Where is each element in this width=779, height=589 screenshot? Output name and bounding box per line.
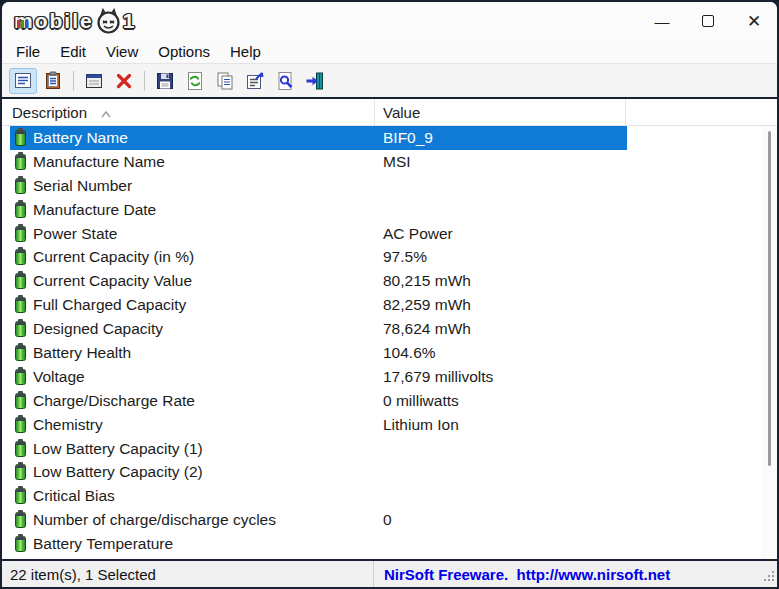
row-value-label: 0	[375, 511, 392, 529]
row-description-label: Manufacture Date	[33, 201, 156, 219]
save-icon	[155, 71, 175, 91]
list-rows: Battery NameBIF0_9Manufacture NameMSISer…	[2, 126, 777, 559]
column-header-description[interactable]: Description	[2, 99, 375, 125]
titlebar: mobile 1 —	[2, 2, 777, 40]
list-item[interactable]: ChemistryLithium Ion	[2, 413, 777, 437]
close-button[interactable]: ✕	[731, 2, 777, 40]
row-description-cell: Low Battery Capacity (2)	[2, 463, 375, 481]
row-description-label: Critical Bias	[33, 487, 115, 505]
choose-columns-icon	[84, 71, 104, 91]
listview: Description Value Battery NameBIF0_9Manu…	[2, 97, 777, 559]
maximize-button[interactable]	[685, 2, 731, 40]
list-item[interactable]: Serial Number	[2, 174, 777, 198]
menu-help[interactable]: Help	[220, 43, 271, 60]
list-item[interactable]: Number of charge/discharge cycles0	[2, 508, 777, 532]
clipboard-report-button[interactable]	[39, 68, 67, 94]
vertical-scrollbar[interactable]	[761, 126, 777, 559]
row-description-cell: Charge/Discharge Rate	[2, 392, 375, 410]
find-button[interactable]	[271, 68, 299, 94]
battery-icon	[15, 226, 26, 242]
battery-icon	[15, 393, 26, 409]
row-value-label: Lithium Ion	[375, 416, 459, 434]
scrollbar-thumb[interactable]	[768, 131, 771, 466]
battery-icon	[15, 464, 26, 480]
row-description-cell: Current Capacity Value	[2, 272, 375, 290]
row-description-label: Current Capacity (in %)	[33, 248, 194, 266]
list-item[interactable]: Current Capacity Value80,215 mWh	[2, 269, 777, 293]
toolbar-separator	[73, 71, 74, 91]
nirsoft-link-text[interactable]: NirSoft Freeware. http://www.nirsoft.net	[384, 566, 670, 583]
list-item[interactable]: Power StateAC Power	[2, 222, 777, 246]
row-description-label: Low Battery Capacity (2)	[33, 463, 203, 481]
battery-icon	[15, 441, 26, 457]
list-item[interactable]: Charge/Discharge Rate0 milliwatts	[2, 389, 777, 413]
list-item[interactable]: Battery NameBIF0_9	[2, 126, 777, 150]
maximize-icon	[702, 15, 714, 27]
row-description-label: Battery Health	[33, 344, 131, 362]
close-icon: ✕	[747, 11, 761, 32]
row-description-label: Designed Capacity	[33, 320, 163, 338]
choose-columns-button[interactable]	[80, 68, 108, 94]
delete-button[interactable]	[110, 68, 138, 94]
column-header-value[interactable]: Value	[375, 99, 626, 125]
battery-icon	[15, 297, 26, 313]
item-properties-icon	[245, 71, 265, 91]
column-header-value-label: Value	[383, 104, 420, 121]
item-properties-button[interactable]	[241, 68, 269, 94]
row-description-cell: Full Charged Capacity	[2, 296, 375, 314]
batteryinfoview-window: mobile 1 —	[0, 0, 779, 589]
list-item[interactable]: Low Battery Capacity (2)	[2, 460, 777, 484]
exit-icon	[305, 71, 325, 91]
row-description-cell: Battery Temperature	[2, 535, 375, 553]
row-value-label: 17,679 millivolts	[375, 368, 493, 386]
minimize-button[interactable]: —	[639, 2, 685, 40]
menu-options[interactable]: Options	[148, 43, 220, 60]
save-button[interactable]	[151, 68, 179, 94]
list-item[interactable]: Manufacture NameMSI	[2, 150, 777, 174]
copy-button[interactable]	[211, 68, 239, 94]
row-description-label: Current Capacity Value	[33, 272, 192, 290]
row-value-label: 80,215 mWh	[375, 272, 471, 290]
toolbar	[2, 64, 777, 97]
list-item[interactable]: Critical Bias	[2, 484, 777, 508]
status-items-text: 22 item(s), 1 Selected	[10, 566, 156, 583]
menu-file[interactable]: File	[6, 43, 50, 60]
battery-icon	[15, 202, 26, 218]
list-item[interactable]: Voltage17,679 millivolts	[2, 365, 777, 389]
list-item[interactable]: Designed Capacity78,624 mWh	[2, 317, 777, 341]
row-description-cell: Serial Number	[2, 177, 375, 195]
status-items-pane: 22 item(s), 1 Selected	[2, 561, 374, 587]
list-item[interactable]: Low Battery Capacity (1)	[2, 437, 777, 461]
window-controls: — ✕	[639, 2, 777, 40]
resize-grip-icon[interactable]	[763, 568, 775, 585]
list-item[interactable]: Full Charged Capacity82,259 mWh	[2, 293, 777, 317]
mobile01-watermark-logo: mobile 1	[14, 8, 136, 35]
properties-view-button[interactable]	[9, 68, 37, 94]
list-item[interactable]: Manufacture Date	[2, 198, 777, 222]
row-description-cell: Number of charge/discharge cycles	[2, 511, 375, 529]
exit-button[interactable]	[301, 68, 329, 94]
row-value-label: AC Power	[375, 225, 453, 243]
clipboard-report-icon	[43, 71, 63, 91]
minimize-icon: —	[655, 13, 670, 30]
row-description-cell: Designed Capacity	[2, 320, 375, 338]
row-value-label: 104.6%	[375, 344, 436, 362]
row-value-label: 82,259 mWh	[375, 296, 471, 314]
menubar: FileEditViewOptionsHelp	[2, 40, 777, 64]
list-header: Description Value	[2, 99, 777, 126]
delete-icon	[114, 71, 134, 91]
column-header-description-label: Description	[12, 104, 87, 121]
row-description-label: Voltage	[33, 368, 85, 386]
statusbar: 22 item(s), 1 Selected NirSoft Freeware.…	[2, 559, 777, 587]
row-description-label: Low Battery Capacity (1)	[33, 440, 203, 458]
list-item[interactable]: Current Capacity (in %)97.5%	[2, 245, 777, 269]
menu-view[interactable]: View	[96, 43, 148, 60]
row-description-label: Serial Number	[33, 177, 132, 195]
row-description-cell: Current Capacity (in %)	[2, 248, 375, 266]
logo-color-stripes	[17, 20, 28, 28]
battery-icon	[15, 249, 26, 265]
list-item[interactable]: Battery Health104.6%	[2, 341, 777, 365]
menu-edit[interactable]: Edit	[50, 43, 96, 60]
refresh-button[interactable]	[181, 68, 209, 94]
list-item[interactable]: Battery Temperature	[2, 532, 777, 556]
